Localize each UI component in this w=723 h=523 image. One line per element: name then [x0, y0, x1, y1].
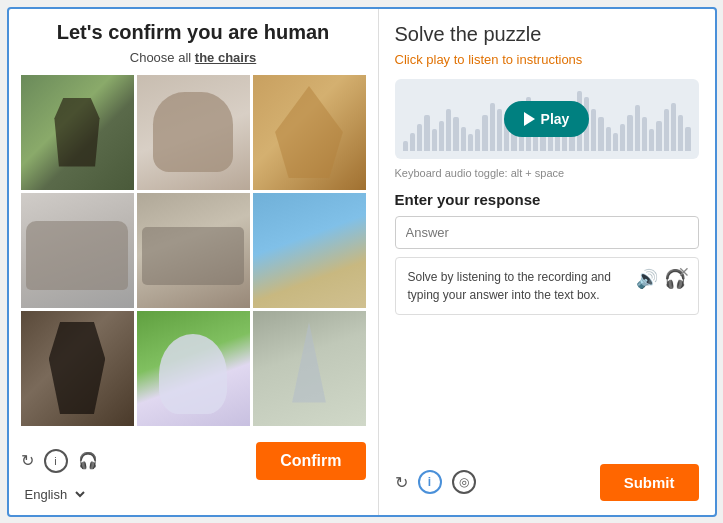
refresh-icon[interactable]: ↻: [21, 451, 34, 470]
grid-cell-2[interactable]: [137, 75, 250, 190]
right-subtitle: Click play to listen to instructions: [395, 52, 699, 67]
play-button[interactable]: Play: [504, 101, 590, 137]
tooltip-text: Solve by listening to the recording and …: [408, 268, 626, 304]
image-grid: [21, 75, 366, 426]
grid-cell-6[interactable]: [253, 193, 366, 308]
info-icon[interactable]: i: [44, 449, 68, 473]
submit-button[interactable]: Submit: [600, 464, 699, 501]
left-footer-icons: ↻ i 🎧: [21, 449, 98, 473]
tooltip-box: ✕ Solve by listening to the recording an…: [395, 257, 699, 315]
right-footer: ↻ i ◎ Submit: [395, 464, 699, 501]
grid-cell-4[interactable]: [21, 193, 134, 308]
right-title: Solve the puzzle: [395, 23, 699, 46]
grid-cell-1[interactable]: [21, 75, 134, 190]
right-eye-icon[interactable]: ◎: [452, 470, 476, 494]
grid-cell-8[interactable]: [137, 311, 250, 426]
grid-cell-5[interactable]: [137, 193, 250, 308]
language-row: English Spanish French: [21, 486, 366, 503]
answer-input[interactable]: [395, 216, 699, 249]
left-footer: ↻ i 🎧 Confirm: [21, 442, 366, 480]
left-title: Let's confirm you are human: [21, 21, 366, 44]
tooltip-close-button[interactable]: ✕: [678, 264, 690, 280]
headphone-icon[interactable]: 🎧: [78, 451, 98, 470]
captcha-container: Let's confirm you are human Choose all t…: [7, 7, 717, 517]
language-select[interactable]: English Spanish French: [21, 486, 88, 503]
grid-cell-3[interactable]: [253, 75, 366, 190]
left-subtitle: Choose all the chairs: [21, 50, 366, 65]
grid-cell-9[interactable]: [253, 311, 366, 426]
confirm-button[interactable]: Confirm: [256, 442, 365, 480]
right-info-icon[interactable]: i: [418, 470, 442, 494]
speaker-icon: 🔊: [636, 268, 658, 290]
right-panel: Solve the puzzle Click play to listen to…: [379, 9, 715, 515]
right-refresh-icon[interactable]: ↻: [395, 473, 408, 492]
grid-cell-7[interactable]: [21, 311, 134, 426]
response-label: Enter your response: [395, 191, 699, 208]
play-triangle-icon: [524, 112, 535, 126]
left-panel: Let's confirm you are human Choose all t…: [9, 9, 379, 515]
keyboard-hint: Keyboard audio toggle: alt + space: [395, 167, 699, 179]
audio-player: Play: [395, 79, 699, 159]
right-footer-icons: ↻ i ◎: [395, 470, 476, 494]
